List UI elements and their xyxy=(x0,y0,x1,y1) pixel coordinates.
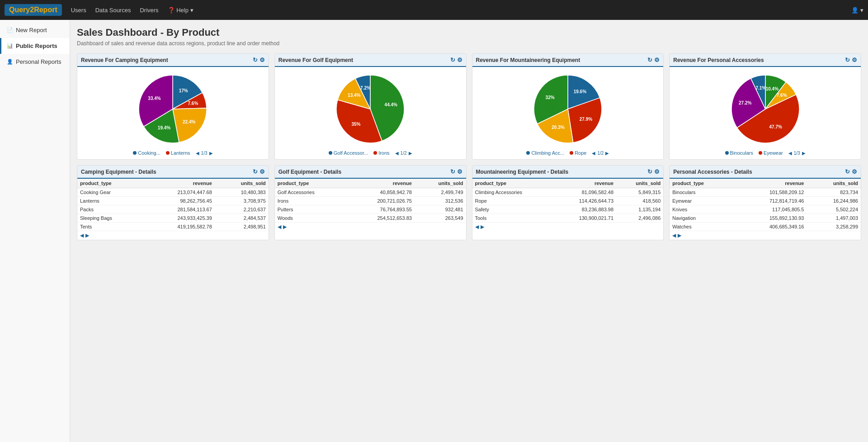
chart-title-personal: Revenue For Personal Accessories xyxy=(673,57,764,63)
table-cell: 5,849,315 xyxy=(616,188,663,197)
table-cell: 81,096,582.48 xyxy=(554,188,616,197)
pie-label-1: 35% xyxy=(352,122,361,127)
next-icon[interactable]: ▶ xyxy=(209,151,213,156)
table-prev-icon[interactable]: ◀ xyxy=(80,233,84,238)
table-column-header: revenue xyxy=(144,179,215,188)
table-refresh-icon[interactable]: ↻ xyxy=(450,168,455,175)
table-nav-golf-table[interactable]: ◀ ▶ xyxy=(275,223,466,231)
table-cell: 281,584,113.67 xyxy=(144,205,215,214)
table-cell: 1,497,003 xyxy=(807,214,861,223)
public-reports-icon: 📊 xyxy=(7,43,13,49)
table-row: Lanterns98,262,756.453,708,975 xyxy=(77,197,269,205)
data-table-camping-table: product_typerevenueunits_soldCooking Gea… xyxy=(77,179,269,231)
table-cell: Eyewear xyxy=(670,197,736,205)
table-settings-icon[interactable]: ⚙ xyxy=(654,168,660,175)
table-cell: 2,484,537 xyxy=(215,214,269,223)
page-title: Sales Dashboard - By Product xyxy=(77,27,861,38)
nav-help[interactable]: ❓ Help ▾ xyxy=(168,7,193,14)
chart-settings-icon-golf[interactable]: ⚙ xyxy=(457,57,462,63)
chart-nav-golf[interactable]: ◀ 1/2 ▶ xyxy=(395,151,412,156)
chart-nav-mountaineering[interactable]: ◀ 1/2 ▶ xyxy=(592,151,609,156)
pie-label-2: 13.4% xyxy=(348,93,360,98)
table-cell: 155,892,130.93 xyxy=(736,214,807,223)
chart-settings-icon-personal[interactable]: ⚙ xyxy=(852,57,857,63)
pie-label-4: 33.4% xyxy=(148,96,161,101)
table-next-icon[interactable]: ▶ xyxy=(481,224,484,230)
chart-body-mountaineering: 19.6%27.9%20.3%32% Climbing Acc... Rope◀… xyxy=(472,67,664,159)
nav-data-sources[interactable]: Data Sources xyxy=(95,7,131,14)
table-column-header: revenue xyxy=(554,179,616,188)
brand-highlight: 2 xyxy=(30,6,34,14)
legend-label: Irons xyxy=(378,150,389,156)
prev-icon[interactable]: ◀ xyxy=(196,151,199,156)
pie-svg-camping: 17%7.6%22.4%19.4%33.4% xyxy=(134,71,211,147)
table-settings-icon[interactable]: ⚙ xyxy=(457,168,462,175)
legend-dot xyxy=(725,151,729,155)
table-refresh-icon[interactable]: ↻ xyxy=(647,168,652,175)
sidebar-item-public-reports[interactable]: 📊 Public Reports xyxy=(0,38,70,54)
chart-refresh-icon-golf[interactable]: ↻ xyxy=(450,57,455,63)
table-column-header: product_type xyxy=(275,179,347,188)
chart-settings-icon-camping[interactable]: ⚙ xyxy=(259,57,265,63)
nav-users[interactable]: Users xyxy=(71,7,86,14)
sidebar-item-personal-reports[interactable]: 👤 Personal Reports xyxy=(0,54,70,70)
layout: 📄 New Report 📊 Public Reports 👤 Personal… xyxy=(0,20,868,442)
table-row: Tents419,195,582.782,498,951 xyxy=(77,223,269,231)
table-nav-personal-table[interactable]: ◀ ▶ xyxy=(670,231,861,240)
chart-settings-icon-mountaineering[interactable]: ⚙ xyxy=(654,57,660,63)
table-prev-icon[interactable]: ◀ xyxy=(672,233,676,238)
table-cell: 3,258,299 xyxy=(807,223,861,231)
pie-label-0: 44.4% xyxy=(385,102,397,107)
table-cell: Tents xyxy=(77,223,144,231)
chart-refresh-icon-personal[interactable]: ↻ xyxy=(845,57,850,63)
chart-nav-camping[interactable]: ◀ 1/3 ▶ xyxy=(196,151,213,156)
chart-refresh-icon-mountaineering[interactable]: ↻ xyxy=(647,57,652,63)
table-cell: 200,721,026.75 xyxy=(347,197,415,205)
legend-item: Binoculars xyxy=(725,150,753,156)
table-prev-icon[interactable]: ◀ xyxy=(278,224,281,230)
table-row: Cooking Gear213,074,447.6810,480,383 xyxy=(77,188,269,197)
table-column-header: units_sold xyxy=(616,179,663,188)
prev-icon[interactable]: ◀ xyxy=(592,151,595,156)
table-nav-mountaineering-table[interactable]: ◀ ▶ xyxy=(472,223,664,231)
table-settings-icon[interactable]: ⚙ xyxy=(852,168,857,175)
next-icon[interactable]: ▶ xyxy=(605,151,609,156)
table-refresh-icon[interactable]: ↻ xyxy=(253,168,258,175)
next-icon[interactable]: ▶ xyxy=(802,151,806,156)
legend-item: Cooking... xyxy=(133,150,160,156)
table-row: Watches406,685,349.163,258,299 xyxy=(670,223,861,231)
sidebar-personal-reports-label: Personal Reports xyxy=(16,58,61,65)
app-brand[interactable]: Query2Report xyxy=(5,4,62,16)
table-cell: Putters xyxy=(275,205,347,214)
pie-label-2: 22.4% xyxy=(183,119,195,124)
table-next-icon[interactable]: ▶ xyxy=(283,224,287,230)
table-card-mountaineering-table: Mountaineering Equipment - Details ↻ ⚙ p… xyxy=(472,165,664,240)
table-cell: 823,734 xyxy=(807,188,861,197)
table-cell: 1,135,194 xyxy=(616,205,663,214)
table-row: Navigation155,892,130.931,497,003 xyxy=(670,214,861,223)
user-menu[interactable]: 👤 ▾ xyxy=(851,7,863,14)
chart-refresh-icon-camping[interactable]: ↻ xyxy=(253,57,258,63)
legend-item: Irons xyxy=(373,150,389,156)
table-refresh-icon[interactable]: ↻ xyxy=(845,168,850,175)
table-cell: 712,814,719.46 xyxy=(736,197,807,205)
navbar: Query2Report Users Data Sources Drivers … xyxy=(0,0,868,20)
prev-icon[interactable]: ◀ xyxy=(395,151,399,156)
table-cell: 130,900,021.71 xyxy=(554,214,616,223)
table-nav-camping-table[interactable]: ◀ ▶ xyxy=(77,231,269,240)
legend-label: Binoculars xyxy=(730,150,753,156)
prev-icon[interactable]: ◀ xyxy=(788,151,792,156)
table-next-icon[interactable]: ▶ xyxy=(85,233,89,238)
sidebar-item-new-report[interactable]: 📄 New Report xyxy=(0,22,70,38)
table-next-icon[interactable]: ▶ xyxy=(678,233,681,238)
chart-legend-golf: Golf Accessor... Irons◀ 1/2 ▶ xyxy=(329,150,412,156)
table-cell: 40,858,942.78 xyxy=(347,188,415,197)
next-icon[interactable]: ▶ xyxy=(409,151,412,156)
chart-nav-personal[interactable]: ◀ 1/3 ▶ xyxy=(788,151,806,156)
table-cell: 932,481 xyxy=(415,205,466,214)
table-prev-icon[interactable]: ◀ xyxy=(475,224,479,230)
nav-drivers[interactable]: Drivers xyxy=(140,7,158,14)
table-cell: 213,074,447.68 xyxy=(144,188,215,197)
table-settings-icon[interactable]: ⚙ xyxy=(259,168,265,175)
table-column-header: units_sold xyxy=(807,179,861,188)
